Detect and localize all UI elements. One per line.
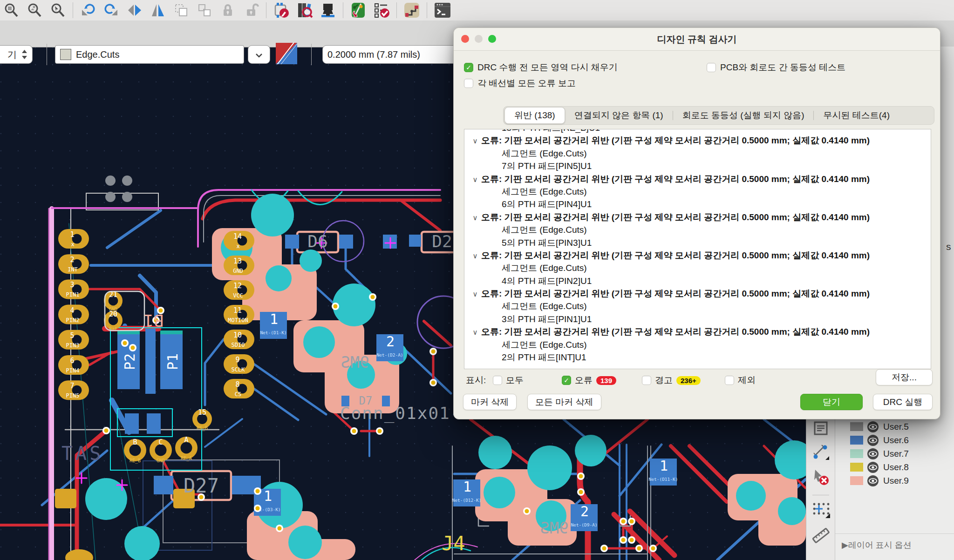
dialog-titlebar[interactable]: 디자인 규칙 검사기 [454, 28, 940, 51]
zoom-selection-icon[interactable] [49, 2, 66, 19]
violation-header-row[interactable]: ∨오류: 기판 모서리 공간거리 위반 (기판 구성 제약 모서리 공간거리 0… [464, 173, 931, 185]
stepper-arrows-icon[interactable] [21, 49, 27, 60]
visibility-eye-icon[interactable] [867, 448, 879, 460]
visibility-eye-icon[interactable] [867, 434, 879, 446]
layer-row-user5[interactable]: User.5 [835, 420, 954, 433]
checkbox-checked-icon[interactable] [562, 376, 571, 385]
checkbox-unchecked-icon[interactable] [642, 376, 651, 385]
save-button[interactable]: 저장... [876, 369, 933, 385]
scripting-console-icon[interactable] [434, 2, 450, 19]
grid-origin-icon[interactable] [811, 500, 830, 519]
checkbox-unchecked-icon[interactable] [493, 376, 502, 385]
footprint-library-icon[interactable] [296, 2, 313, 19]
dimension-icon[interactable] [811, 443, 830, 462]
rotate-cw-icon[interactable] [103, 2, 120, 19]
layer-row-user8[interactable]: User.8 [835, 460, 954, 474]
violation-header-row[interactable]: ∨오류: 기판 모서리 공간거리 위반 (기판 구성 제약 모서리 공간거리 0… [464, 325, 931, 338]
filter-errors-option[interactable]: 오류 139 [562, 374, 616, 386]
grid-size-select[interactable]: 기 [0, 45, 33, 64]
collapse-chevron-icon[interactable]: ∨ [469, 173, 481, 185]
violation-header-row[interactable]: ∨오류: 기판 모서리 공간거리 위반 (기판 구성 제약 모서리 공간거리 0… [464, 211, 931, 223]
unlock-icon[interactable] [243, 2, 259, 19]
report-all-errors-option[interactable]: 각 배선별 모든 오류 보고 [464, 77, 576, 89]
svg-text:C: C [158, 438, 163, 446]
filter-all-option[interactable]: 모두 [493, 374, 524, 386]
violation-detail-row[interactable]: 5의 PTH 패드[PIN3]U1 [464, 236, 931, 249]
drc-check-icon[interactable] [373, 2, 390, 19]
zoom-fit-icon[interactable] [3, 2, 20, 19]
pad-net: x [71, 241, 74, 248]
layer-selector-dropdown-button[interactable] [248, 45, 270, 64]
collapse-chevron-icon[interactable]: ∨ [469, 211, 481, 223]
checkbox-checked-icon[interactable] [464, 63, 473, 72]
violation-detail-row[interactable]: 세그먼트 (Edge.Cuts) [464, 338, 931, 351]
track-width-select[interactable]: 0.2000 mm (7.87 mils) [322, 45, 470, 64]
violation-detail-row[interactable]: 세그먼트 (Edge.Cuts) [464, 300, 931, 312]
layer-color-swatch[interactable] [850, 436, 863, 445]
edit-footprint-icon[interactable] [273, 2, 290, 19]
delete-tool-icon[interactable] [811, 468, 830, 486]
violation-detail-row[interactable]: 7의 PTH 패드[PIN5]U1 [464, 160, 931, 172]
measure-icon[interactable] [811, 526, 830, 545]
checkbox-unchecked-icon[interactable] [725, 376, 734, 385]
collapse-chevron-icon[interactable]: ∨ [469, 326, 481, 338]
violation-detail-row[interactable]: 세그먼트 (Edge.Cuts) [464, 262, 931, 274]
violation-detail-row[interactable]: 15의 PTH 패드[RE_B]U1 [464, 129, 931, 134]
layer-color-swatch[interactable] [850, 463, 863, 472]
layer-row-user7[interactable]: User.7 [835, 447, 954, 460]
tab-schematic-parity[interactable]: 회로도 동등성 (실행 되지 않음) [673, 108, 814, 123]
layer-color-swatch[interactable] [850, 449, 863, 458]
checkbox-unchecked-icon[interactable] [464, 79, 473, 88]
layer-row-user9[interactable]: User.9 [835, 474, 954, 487]
violation-detail-row[interactable]: 4의 PTH 패드[PIN2]U1 [464, 275, 931, 287]
zoom-objects-icon[interactable] [26, 2, 43, 19]
violation-detail-row[interactable]: 세그먼트 (Edge.Cuts) [464, 147, 931, 160]
layer-row-user6[interactable]: User.6 [835, 433, 954, 447]
filter-exclusions-option[interactable]: 제외 [725, 374, 756, 386]
violation-header-row[interactable]: ∨오류: 기판 모서리 공간거리 위반 (기판 구성 제약 모서리 공간거리 0… [464, 134, 931, 147]
violation-detail-row[interactable]: 세그먼트 (Edge.Cuts) [464, 185, 931, 198]
violation-header-row[interactable]: ∨오류: 기판 모서리 공간거리 위반 (기판 구성 제약 모서리 공간거리 0… [464, 287, 931, 300]
flip-horizontal-icon[interactable] [126, 2, 143, 19]
kicad-pcb-editor: P2P11Net-(D12-K)2Net-(D9-A)1Net-(D1-K)2N… [0, 0, 954, 560]
layer-pair-indicator[interactable] [276, 43, 297, 64]
collapse-chevron-icon[interactable]: ∨ [469, 135, 481, 147]
visibility-eye-icon[interactable] [867, 461, 879, 473]
net-inspect-icon[interactable] [403, 2, 420, 19]
close-button[interactable]: 닫기 [800, 394, 863, 410]
pad-number: 4 [70, 306, 74, 315]
collapse-chevron-icon[interactable]: ∨ [469, 250, 481, 262]
visibility-eye-icon[interactable] [867, 475, 879, 487]
violation-detail-row[interactable]: 6의 PTH 패드[PIN4]U1 [464, 198, 931, 210]
ungroup-icon[interactable] [196, 2, 213, 19]
layer-color-swatch[interactable] [850, 476, 863, 485]
rotate-ccw-icon[interactable] [80, 2, 96, 19]
delete-all-markers-button[interactable]: 모든 마커 삭제 [527, 394, 601, 410]
group-icon[interactable] [173, 2, 190, 19]
violation-detail-row[interactable]: 3의 PTH 패드[PIN1]U1 [464, 313, 931, 325]
run-drc-button[interactable]: DRC 실행 [873, 394, 933, 410]
parity-test-option[interactable]: PCB와 회로도 간 동등성 테스트 [707, 61, 845, 74]
footprint-anchor-icon[interactable] [320, 2, 336, 19]
refill-zones-option[interactable]: DRC 수행 전 모든 영역 다시 채우기 [464, 61, 618, 74]
delete-marker-button[interactable]: 마커 삭제 [463, 394, 517, 410]
tab-violations[interactable]: 위반 (138) [504, 107, 565, 124]
ref-designator: D2 [432, 232, 452, 251]
violation-header-row[interactable]: ∨오류: 기판 모서리 공간거리 위반 (기판 구성 제약 모서리 공간거리 0… [464, 249, 931, 262]
flip-vertical-icon[interactable] [150, 2, 166, 19]
collapse-chevron-icon[interactable]: ∨ [469, 288, 481, 300]
tab-unconnected[interactable]: 연결되지 않은 항목 (1) [565, 108, 673, 123]
checkbox-unchecked-icon[interactable] [707, 63, 716, 72]
lock-icon[interactable] [219, 2, 236, 19]
tab-ignored-tests[interactable]: 무시된 테스트(4) [814, 108, 899, 123]
violation-list-box[interactable]: 15의 PTH 패드[RE_B]U1∨오류: 기판 모서리 공간거리 위반 (기… [464, 129, 931, 369]
visibility-eye-icon[interactable] [867, 421, 879, 433]
layer-selector[interactable]: Edge.Cuts [55, 45, 244, 64]
violation-detail-row[interactable]: 2의 PTH 패드[INT]U1 [464, 351, 931, 364]
layer-display-options-toggle[interactable]: ▶레이어 표시 옵션 [835, 533, 954, 551]
update-pcb-icon[interactable] [350, 2, 367, 19]
violation-detail-row[interactable]: 세그먼트 (Edge.Cuts) [464, 223, 931, 236]
filter-warnings-option[interactable]: 경고 236+ [642, 374, 701, 386]
text-options-icon[interactable] [811, 419, 830, 438]
layer-color-swatch[interactable] [850, 422, 863, 431]
